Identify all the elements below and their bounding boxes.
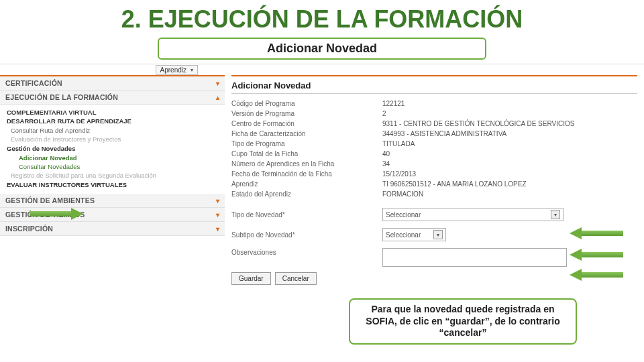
observaciones-textarea[interactable] — [382, 248, 567, 267]
accordion-item-ambientes[interactable]: GESTIÓN DE AMBIENTES ▾ — [0, 194, 225, 208]
role-select-value: Aprendiz — [160, 66, 186, 74]
chevron-down-icon: ▾ — [216, 225, 219, 233]
chevron-down-icon: ▾ — [216, 80, 219, 87]
slide-title: 2. EJECUCIÓN DE LA FORMACIÓN — [0, 0, 644, 38]
sub-header: DESARROLLAR RUTA DE APRENDIZAJE — [7, 117, 218, 125]
cancel-button[interactable]: Cancelar — [275, 272, 317, 285]
field-value: 344993 - ASISTENCIA ADMINISTRATIVA — [382, 129, 637, 138]
field-value: 9311 - CENTRO DE GESTIÓN TECNOLÓGICA DE … — [382, 119, 637, 128]
accordion-item-certificacion[interactable]: CERTIFICACIÓN ▾ — [0, 76, 225, 90]
sidebar-link-consultar-novedades[interactable]: Consultar Novedades — [7, 162, 218, 171]
sidebar-link[interactable]: Consultar Ruta del Aprendiz — [7, 126, 218, 135]
field-value: 2 — [382, 109, 637, 118]
field-value: 34 — [382, 160, 637, 168]
sidebar-link[interactable]: Evaluación de Instructores y Proyectos — [7, 135, 218, 143]
field-label: Ficha de Caracterización — [231, 129, 382, 138]
field-value: 122121 — [382, 99, 637, 108]
callout-instruction: Para que la novedad quede registrada en … — [349, 298, 577, 345]
sub-header: COMPLEMENTARIA VIRTUAL — [7, 109, 218, 116]
sidebar-link-adicionar-novedad[interactable]: Adicionar Novedad — [7, 154, 218, 162]
field-label: Aprendiz — [231, 180, 382, 188]
accordion-label: GESTIÓN DE AMBIENTES — [5, 196, 95, 204]
sidebar-link[interactable]: Registro de Solicitud para una Segunda E… — [7, 171, 218, 180]
top-bar: Aprendiz ▾ — [0, 64, 225, 76]
field-label: Versión de Programa — [231, 109, 382, 118]
field-label: Estado del Aprendiz — [231, 190, 382, 198]
field-label: Número de Aprendices en la Ficha — [231, 160, 382, 168]
field-label: Centro de Formación — [231, 119, 382, 128]
chevron-down-icon: ▾ — [191, 67, 193, 73]
slide-subtitle-box: Adicionar Novedad — [158, 38, 486, 60]
chevron-down-icon: ▾ — [551, 210, 560, 219]
sub-header: Gestión de Novedades — [7, 145, 218, 152]
content-title: Adicionar Novedad — [231, 76, 637, 94]
accordion-item-inscripcion[interactable]: INSCRIPCIÓN ▾ — [0, 222, 225, 236]
subtipo-novedad-label: Subtipo de Novedad* — [231, 231, 382, 239]
field-value: 15/12/2013 — [382, 170, 637, 178]
save-button[interactable]: Guardar — [231, 272, 271, 285]
accordion-label: INSCRIPCIÓN — [5, 225, 53, 233]
field-label: Código del Programa — [231, 99, 382, 108]
field-value: TI 96062501512 - ANA MARIA LOZANO LOPEZ — [382, 180, 637, 188]
accordion-item-ejecucion[interactable]: EJECUCIÓN DE LA FORMACIÓN ▴ — [0, 90, 225, 105]
accordion-open-section: COMPLEMENTARIA VIRTUAL DESARROLLAR RUTA … — [0, 105, 225, 194]
chevron-down-icon: ▾ — [433, 230, 443, 239]
field-value: TITULADA — [382, 139, 637, 148]
form-readonly: Código del Programa 122121 Versión de Pr… — [231, 99, 637, 198]
tipo-novedad-select[interactable]: Seleccionar ▾ — [382, 208, 564, 221]
field-label: Fecha de Terminación de la Ficha — [231, 170, 382, 178]
tipo-novedad-label: Tipo de Novedad* — [231, 210, 382, 219]
select-placeholder: Seleccionar — [386, 231, 421, 239]
chevron-down-icon: ▾ — [216, 197, 219, 204]
accordion-label: EJECUCIÓN DE LA FORMACIÓN — [5, 93, 118, 101]
field-value: FORMACION — [382, 190, 637, 198]
role-select[interactable]: Aprendiz ▾ — [156, 65, 198, 75]
sidebar: Aprendiz ▾ CERTIFICACIÓN ▾ EJECUCIÓN DE … — [0, 64, 225, 285]
sub-header: EVALUAR INSTRUCTORES VIRTUALES — [7, 181, 218, 188]
select-placeholder: Seleccionar — [386, 211, 421, 219]
observaciones-label: Observaciones — [231, 248, 382, 257]
field-label: Cupo Total de la Ficha — [231, 149, 382, 158]
accordion-label: CERTIFICACIÓN — [5, 79, 62, 87]
chevron-down-icon: ▾ — [216, 211, 219, 219]
subtipo-novedad-select[interactable]: Seleccionar ▾ — [382, 228, 446, 241]
field-label: Tipo de Programa — [231, 139, 382, 148]
field-value: 40 — [382, 149, 637, 158]
app-screenshot: Aprendiz ▾ CERTIFICACIÓN ▾ EJECUCIÓN DE … — [0, 64, 644, 285]
chevron-up-icon: ▴ — [216, 94, 219, 101]
